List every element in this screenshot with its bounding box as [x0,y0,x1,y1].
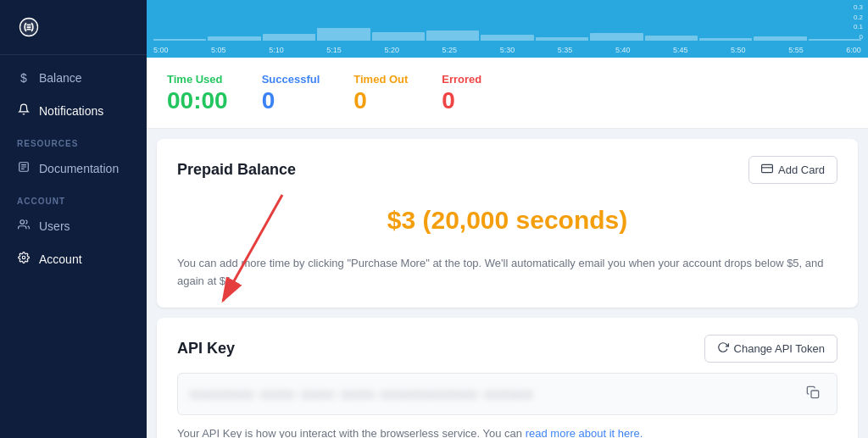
chart-bar [536,37,588,41]
copy-api-key-button[interactable] [801,384,825,404]
add-card-button[interactable]: Add Card [748,156,837,184]
chart-x-label: 5:20 [384,46,399,54]
api-key-header: API Key Change API Token [177,335,837,363]
stats-row: Time Used 00:00 Successful 0 Timed Out 0… [147,58,868,129]
chart-x-axis: 5:00 5:05 5:10 5:15 5:20 5:25 5:30 5:35 … [153,46,861,54]
account-settings-icon [17,252,31,266]
users-icon [17,219,31,233]
documentation-icon [17,161,31,175]
successful-label: Successful [262,73,320,86]
balance-icon: $ [17,71,31,85]
add-card-label: Add Card [778,164,825,176]
api-note: Your API Key is how you interact with th… [177,425,837,438]
sidebar-item-balance[interactable]: $ Balance [0,62,147,94]
stat-time-used: Time Used 00:00 [167,73,228,113]
chart-x-label: 5:10 [269,46,284,54]
brand-logo [17,15,41,39]
main-scroll-area: 5:00 5:05 5:10 5:15 5:20 5:25 5:30 5:35 … [147,0,868,438]
chart-x-label: 5:15 [326,46,342,54]
credit-card-icon [761,163,773,177]
svg-point-1 [20,220,25,225]
notifications-icon [17,103,31,118]
change-token-label: Change API Token [734,342,825,355]
prepaid-balance-header: Prepaid Balance Add Card [177,156,837,184]
chart-y-label: 0.3 [854,3,863,11]
chart-bar [263,34,315,41]
chart-bar [153,39,206,41]
time-used-value: 00:00 [167,89,228,113]
chart-x-label: 6:00 [846,46,861,54]
chart-bar [426,30,479,41]
chart-x-label: 5:30 [500,46,515,54]
chart-x-label: 5:45 [673,46,688,54]
chart-y-label: 0.2 [854,14,863,21]
usage-chart: 5:00 5:05 5:10 5:15 5:20 5:25 5:30 5:35 … [147,0,868,58]
stat-successful: Successful 0 [262,73,320,113]
chart-y-axis: 0.3 0.2 0.1 0 [854,3,863,41]
refresh-icon [717,341,729,356]
chart-bar [481,35,533,41]
chart-y-label: 0 [860,33,863,41]
svg-rect-3 [762,164,773,172]
sidebar-item-balance-label: Balance [39,71,82,85]
sidebar-item-account-label: Account [39,252,82,266]
chart-bar [372,32,425,41]
sidebar-item-notifications-label: Notifications [39,104,103,118]
chart-x-label: 5:00 [153,46,169,54]
logo-area [0,0,147,55]
svg-rect-5 [811,391,819,398]
account-section-label: Account [0,185,147,209]
chart-x-label: 5:05 [211,46,226,54]
sidebar-item-notifications[interactable]: Notifications [0,94,147,127]
chart-bar [754,36,806,41]
api-note-prefix: Your API Key is how you interact with th… [177,427,526,438]
successful-value: 0 [262,89,320,113]
api-key-value: xxxxxxxx-xxxx-xxxx-xxxx-xxxxxxxxxxxx-xxx… [190,387,801,401]
chart-bar [208,36,260,41]
chart-x-label: 5:55 [788,46,804,54]
sidebar-item-account[interactable]: Account [0,242,147,275]
timed-out-value: 0 [353,89,408,113]
sidebar-nav: $ Balance Notifications Resources Docume… [0,55,147,438]
stat-timed-out: Timed Out 0 [353,73,408,113]
sidebar-item-documentation[interactable]: Documentation [0,152,147,185]
balance-note: You can add more time by clicking "Purch… [177,255,837,291]
chart-bar [699,38,752,41]
api-key-title: API Key [177,340,235,358]
main-content-wrapper: 5:00 5:05 5:10 5:15 5:20 5:25 5:30 5:35 … [147,0,868,438]
chart-x-label: 5:40 [615,46,631,54]
chart-bar [645,36,698,41]
sidebar-item-documentation-label: Documentation [39,162,119,175]
chart-bars [153,0,861,41]
errored-label: Errored [442,73,481,86]
change-api-token-button[interactable]: Change API Token [704,335,837,363]
sidebar: $ Balance Notifications Resources Docume… [0,0,147,438]
timed-out-label: Timed Out [353,73,408,86]
chart-y-label: 0.1 [854,23,863,30]
prepaid-balance-title: Prepaid Balance [177,161,296,179]
chart-x-label: 5:35 [558,46,573,54]
chart-bar [317,28,370,41]
api-key-display: xxxxxxxx-xxxx-xxxx-xxxx-xxxxxxxxxxxx-xxx… [177,373,837,415]
api-note-link[interactable]: read more about it here. [526,427,643,438]
chart-bar [590,33,643,41]
sidebar-item-users[interactable]: Users [0,209,147,242]
sidebar-item-users-label: Users [39,219,70,233]
resources-section-label: Resources [0,127,147,152]
chart-x-label: 5:50 [731,46,746,54]
prepaid-balance-card: Prepaid Balance Add Card $3 (20,000 seco… [157,139,858,308]
svg-point-2 [22,256,25,259]
errored-value: 0 [442,89,481,113]
api-key-card: API Key Change API Token xxxxxxxx-xxxx-x… [157,318,858,438]
stat-errored: Errored 0 [442,73,481,113]
chart-x-label: 5:25 [442,46,458,54]
time-used-label: Time Used [167,73,228,86]
balance-amount: $3 (20,000 seconds) [177,192,837,248]
